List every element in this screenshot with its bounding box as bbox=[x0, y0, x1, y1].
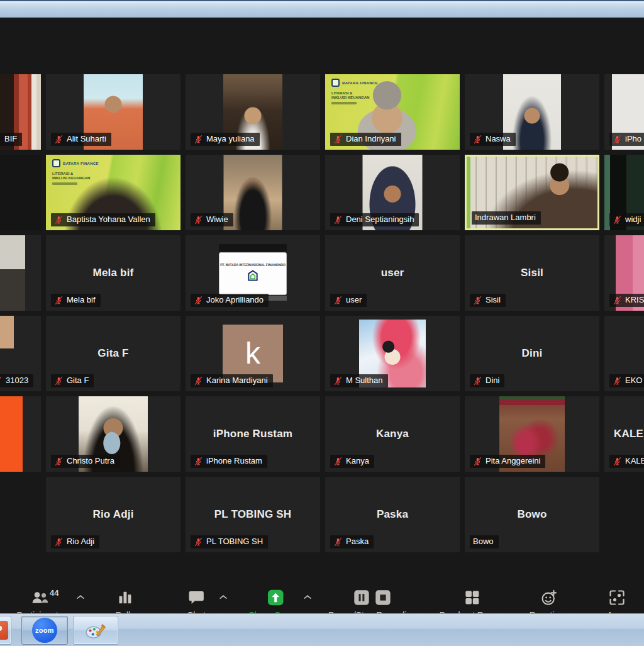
participant-name-label: BIF bbox=[0, 133, 22, 146]
participant-tile[interactable]: iPhone RustamiPhone Rustam bbox=[186, 396, 320, 472]
participant-name-label: widji bbox=[609, 213, 644, 226]
participant-tile[interactable]: SisilSisil bbox=[465, 235, 599, 311]
participant-tile[interactable]: Mela bifMela bif bbox=[46, 235, 180, 311]
muted-mic-icon bbox=[194, 296, 203, 305]
participant-tile[interactable]: Alit Suharti bbox=[46, 74, 180, 150]
participant-tile[interactable]: iPho bbox=[604, 74, 644, 150]
muted-mic-icon bbox=[473, 457, 482, 466]
participant-tile[interactable] bbox=[0, 155, 41, 230]
participant-name-label: Paska bbox=[330, 535, 374, 549]
participant-tile[interactable]: KanyaKanya bbox=[325, 396, 460, 472]
virtual-background-brand: BATARA FINANCELITERASI &INKLUSI KEUANGAN bbox=[52, 159, 99, 185]
participant-name-label: Sisil bbox=[470, 294, 506, 307]
muted-mic-icon bbox=[333, 296, 343, 305]
brand-row: BATARA FINANCE bbox=[52, 159, 99, 167]
brand-name: BATARA FINANCE bbox=[342, 81, 378, 85]
participant-name-label: iPho bbox=[609, 133, 644, 146]
participant-tile[interactable]: BowoBowo bbox=[465, 477, 599, 552]
participant-tile[interactable]: PT. BATARA INTERNASIONAL FINANSINDOJoko … bbox=[186, 235, 320, 311]
brand-date-bar bbox=[52, 182, 77, 185]
muted-mic-icon bbox=[333, 376, 343, 386]
brand-lines: LITERASI &INKLUSI KEUANGAN bbox=[331, 91, 378, 100]
participant-tile[interactable] bbox=[0, 235, 41, 311]
pause-recording-icon[interactable] bbox=[353, 589, 370, 606]
muted-mic-icon bbox=[613, 215, 622, 225]
participant-name-label: Dini bbox=[470, 374, 504, 387]
participant-name: Bowo bbox=[473, 537, 494, 547]
chevron-up-icon[interactable] bbox=[303, 594, 312, 600]
participant-tile[interactable] bbox=[0, 396, 41, 472]
participant-tile[interactable]: Wiwie bbox=[186, 155, 320, 230]
participant-name-label: Mela bif bbox=[51, 294, 101, 307]
participant-name: KALE bbox=[625, 456, 644, 466]
participant-tile[interactable]: M Sulthan bbox=[325, 316, 460, 391]
muted-mic-icon bbox=[54, 296, 64, 305]
participant-tile[interactable]: Maya yuliana bbox=[186, 74, 320, 150]
participant-tile[interactable]: 31023 bbox=[0, 316, 41, 391]
windows-taskbar[interactable]: P zoom bbox=[0, 613, 644, 646]
participant-tile[interactable]: Deni Septianingsih bbox=[325, 155, 460, 230]
muted-mic-icon bbox=[194, 215, 203, 225]
participant-tile[interactable]: DiniDini bbox=[465, 316, 599, 391]
participant-name-label: Alit Suharti bbox=[51, 133, 111, 146]
participants-count-badge: 44 bbox=[50, 588, 58, 598]
participant-tile[interactable]: BIF bbox=[0, 74, 41, 150]
company-logo-icon bbox=[247, 269, 259, 284]
muted-mic-icon bbox=[54, 215, 64, 225]
participant-video bbox=[0, 396, 41, 472]
participant-name: Maya yuliana bbox=[206, 134, 255, 144]
participant-tile[interactable]: Indrawan Lambri bbox=[465, 155, 599, 230]
taskbar-paint-button[interactable] bbox=[73, 616, 118, 645]
participant-name: Gita F bbox=[67, 376, 89, 386]
muted-mic-icon bbox=[613, 296, 622, 305]
participant-name: Rio Adji bbox=[67, 537, 94, 547]
participant-tile[interactable]: Christo Putra bbox=[46, 396, 180, 472]
stop-recording-icon[interactable] bbox=[374, 589, 392, 606]
muted-mic-icon bbox=[194, 537, 203, 547]
muted-mic-icon bbox=[333, 537, 343, 547]
participant-name-label: KALE bbox=[609, 455, 644, 468]
muted-mic-icon bbox=[54, 376, 64, 386]
brand-name: BATARA FINANCE bbox=[63, 162, 99, 165]
participant-name-label: user bbox=[330, 294, 367, 307]
participant-tile[interactable]: PL TOBING SHPL TOBING SH bbox=[186, 477, 320, 552]
participant-name: PL TOBING SH bbox=[206, 537, 263, 547]
participant-name-label: M Sulthan bbox=[330, 374, 388, 387]
participant-tile[interactable]: Pita Anggereini bbox=[465, 396, 599, 472]
muted-mic-icon bbox=[54, 537, 64, 547]
brand-lines: LITERASI &INKLUSI KEUANGAN bbox=[52, 172, 99, 181]
chevron-up-icon[interactable] bbox=[76, 594, 85, 600]
participant-name: Sisil bbox=[486, 295, 501, 305]
participant-name: Alit Suharti bbox=[67, 134, 106, 144]
reactions-icon bbox=[540, 589, 558, 606]
participant-tile[interactable]: BATARA FINANCELITERASI &INKLUSI KEUANGAN… bbox=[325, 74, 460, 150]
participant-name: Wiwie bbox=[206, 214, 228, 225]
office-app-icon: P bbox=[0, 621, 8, 640]
participant-name-label: Baptista Yohana Vallen bbox=[51, 213, 155, 226]
participant-tile[interactable]: PaskaPaska bbox=[325, 477, 460, 552]
participant-tile[interactable]: kKarina Mardiyani bbox=[186, 316, 320, 391]
participant-name: Indrawan Lambri bbox=[475, 213, 536, 223]
participant-tile[interactable]: useruser bbox=[325, 235, 460, 311]
participant-tile[interactable]: EKO bbox=[604, 316, 644, 391]
participant-name: Dini bbox=[486, 376, 499, 386]
muted-mic-icon bbox=[194, 457, 203, 466]
participant-tile[interactable]: Rio AdjiRio Adji bbox=[46, 477, 180, 552]
participant-name: Mela bif bbox=[67, 295, 96, 305]
participant-name: Paska bbox=[346, 537, 369, 547]
participant-tile[interactable]: KALEKALE bbox=[604, 396, 644, 472]
taskbar-office-button[interactable]: P bbox=[0, 616, 11, 645]
meeting-stage: BIFAlit SuhartiMaya yulianaBATARA FINANC… bbox=[0, 18, 644, 613]
participant-tile[interactable]: KRIS bbox=[604, 235, 644, 311]
participant-tile[interactable]: Naswa bbox=[465, 74, 599, 150]
participant-name-label: EKO bbox=[609, 374, 644, 387]
muted-mic-icon bbox=[473, 296, 482, 305]
muted-mic-icon bbox=[333, 457, 343, 466]
chevron-up-icon[interactable] bbox=[219, 594, 228, 600]
participant-tile[interactable]: Gita FGita F bbox=[46, 316, 180, 391]
participant-tile[interactable]: BATARA FINANCELITERASI &INKLUSI KEUANGAN… bbox=[46, 155, 180, 230]
muted-mic-icon bbox=[54, 457, 64, 466]
participant-name-label: Dian Indriyani bbox=[330, 133, 401, 146]
taskbar-zoom-button[interactable]: zoom bbox=[21, 616, 68, 645]
participant-tile[interactable]: widji bbox=[604, 155, 644, 230]
